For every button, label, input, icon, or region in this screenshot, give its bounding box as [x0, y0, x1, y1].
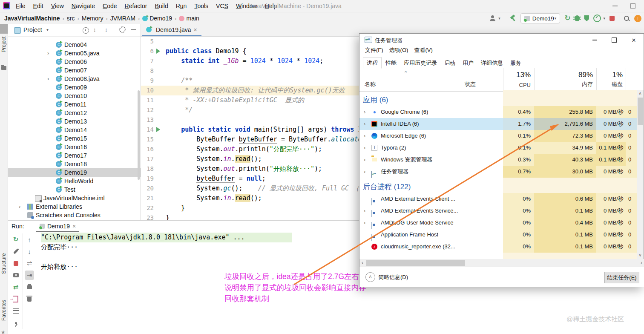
scroll-left-icon[interactable]: ‹ — [362, 260, 363, 265]
project-scrollbar[interactable] — [138, 90, 140, 180]
softwrap-icon[interactable]: ⇌ — [25, 259, 34, 268]
tree-item-demo09[interactable]: Demo09 — [8, 83, 141, 92]
scrollbar-thumb[interactable] — [638, 98, 643, 125]
snapshot-icon[interactable] — [11, 271, 20, 280]
process-row[interactable]: ›Microsoft Edge (6)0.1%72.3 MB0 MB/秒0 — [359, 130, 638, 142]
scrollbar-thumb[interactable] — [366, 260, 465, 266]
process-row[interactable]: ♪cloudmusic_reporter.exe (32...0%0.1 MB0… — [359, 241, 638, 253]
end-task-button[interactable]: 结束任务(E) — [604, 272, 639, 283]
tree-item-demo08-java[interactable]: ›Demo08.java — [8, 75, 141, 83]
menu-refactor[interactable]: Refactor — [121, 3, 151, 9]
tree-item-demo11[interactable]: Demo11 — [8, 100, 141, 109]
scroll-down-icon[interactable]: ˅ — [637, 253, 644, 258]
tool-window-structure[interactable]: Structure — [0, 250, 8, 284]
tm-tab-详细信息[interactable]: 详细信息 — [477, 58, 506, 68]
restore-icon[interactable] — [630, 3, 635, 9]
column-disk[interactable]: 磁盘 — [596, 81, 623, 88]
clear-icon[interactable] — [25, 294, 34, 304]
process-row[interactable]: AMD External Events Client ...0%0.6 MB0 … — [359, 193, 638, 205]
tool-window-favorites[interactable]: Favorites — [0, 297, 8, 331]
scroll-right-icon[interactable]: › — [641, 260, 642, 265]
gear-icon[interactable] — [119, 26, 126, 33]
tree-item-test[interactable]: Test — [8, 185, 141, 194]
column-status[interactable]: 状态 — [465, 81, 476, 88]
chevron-right-icon[interactable]: › — [364, 154, 365, 166]
tree-item-scratches-and-consoles[interactable]: Scratches and Consoles — [8, 211, 141, 219]
stop-icon[interactable] — [11, 259, 20, 268]
process-row[interactable]: ›Windows 资源管理器0.3%40.3 MB0.1 MB/秒0 — [359, 154, 638, 166]
hide-panel-icon[interactable] — [131, 29, 136, 30]
horizontal-scrollbar[interactable]: ‹ › — [359, 259, 644, 267]
tree-item-demo14[interactable]: Demo14 — [8, 126, 141, 134]
search-icon[interactable] — [624, 15, 630, 22]
menu-run[interactable]: Run — [172, 3, 191, 9]
chevron-down-icon[interactable]: ▾ — [46, 27, 49, 32]
task-manager-titlebar[interactable]: 任务管理器 ✕ — [359, 34, 644, 46]
tree-item-demo18[interactable]: Demo18 — [8, 160, 141, 168]
menu-code[interactable]: Code — [99, 3, 121, 9]
tm-menu-F[interactable]: 文件(F) — [365, 47, 383, 53]
close-icon[interactable]: × — [194, 26, 197, 33]
close-icon[interactable]: × — [72, 223, 76, 230]
vertical-scrollbar[interactable]: ˄ ˅ — [637, 90, 644, 259]
chevron-up-circle-icon[interactable]: ˄ — [365, 272, 375, 282]
run-gutter-icon[interactable] — [156, 127, 160, 132]
fewer-details-toggle[interactable]: 简略信息(D) — [378, 274, 408, 281]
breadcrumb-item-main[interactable]: main — [179, 15, 199, 22]
menu-vcs[interactable]: VCS — [212, 3, 232, 9]
minimize-icon[interactable] — [612, 6, 618, 6]
console-output[interactable]: "C:\Program Files\Java\jdk1.8.0_181\bin\… — [41, 233, 292, 272]
chevron-right-icon[interactable]: › — [47, 75, 49, 83]
tm-tab-进程[interactable]: 进程 — [363, 57, 382, 69]
locate-file-icon[interactable] — [83, 27, 89, 34]
expand-all-icon[interactable]: ↕ — [93, 26, 96, 33]
tool-window-project[interactable]: Project — [0, 36, 8, 62]
coverage-button[interactable] — [584, 15, 589, 21]
chevron-right-icon[interactable]: › — [19, 202, 20, 211]
tm-tab-性能[interactable]: 性能 — [382, 58, 400, 68]
scroll-up-icon[interactable]: ˄ — [637, 91, 644, 96]
breadcrumb-item-demo19[interactable]: Demo19 — [142, 15, 172, 22]
tree-item-demo04[interactable]: Demo04 — [8, 40, 141, 49]
chevron-right-icon[interactable]: › — [364, 217, 365, 229]
run-gutter-icon[interactable] — [156, 49, 160, 54]
process-row[interactable]: ›任务管理器0.7%30.0 MB0 MB/秒0 — [359, 166, 638, 178]
tree-item-demo07[interactable]: Demo07 — [8, 66, 141, 75]
tree-item-demo17[interactable]: Demo17 — [8, 151, 141, 160]
tree-item-demo16[interactable]: Demo16 — [8, 143, 141, 151]
tm-menu-O[interactable]: 选项(O) — [389, 47, 408, 53]
tm-tab-用户[interactable]: 用户 — [459, 58, 477, 68]
process-row[interactable]: ›AMDLOG User Mode Service0%0.4 MB0 MB/秒0 — [359, 217, 638, 229]
build-hammer-icon[interactable] — [509, 15, 516, 22]
tree-item-demo15[interactable]: Demo15 — [8, 134, 141, 143]
process-group-header[interactable]: 应用 (6) — [359, 94, 638, 106]
process-row[interactable]: ›AMD External Events Service...0%0.1 MB0… — [359, 205, 638, 217]
tree-item-demo06[interactable]: Demo06 — [8, 58, 141, 66]
column-memory[interactable]: 内存 — [534, 81, 593, 88]
rerun-icon[interactable]: ↻ — [11, 235, 20, 244]
breadcrumb-item-jvmram[interactable]: JVMRAM — [110, 15, 135, 22]
chevron-right-icon[interactable]: › — [364, 118, 365, 130]
menu-edit[interactable]: Edit — [29, 3, 47, 9]
menu-file[interactable]: File — [12, 3, 29, 9]
breadcrumb-item-src[interactable]: src — [67, 15, 75, 22]
chevron-right-icon[interactable]: › — [364, 205, 365, 217]
tree-item-demo19[interactable]: Demo19 — [8, 168, 141, 177]
process-row[interactable]: Application Frame Host0%0.1 MB0 MB/秒0 — [359, 229, 638, 241]
process-group-header[interactable]: 后台进程 (122) — [359, 181, 638, 193]
chevron-right-icon[interactable]: › — [364, 166, 365, 178]
tree-item-helloworld[interactable]: HelloWorld — [8, 177, 141, 185]
chevron-right-icon[interactable]: › — [47, 49, 49, 58]
update-notification-icon[interactable]: ↑ — [634, 15, 641, 22]
gc-icon[interactable]: ⇄ — [11, 282, 20, 292]
debug-button[interactable] — [575, 15, 580, 21]
tm-tab-服务[interactable]: 服务 — [507, 58, 525, 68]
scrollend-icon[interactable]: ⇥ — [25, 271, 34, 280]
down-icon[interactable]: ↓ — [25, 247, 34, 256]
user-icon[interactable] — [489, 15, 496, 22]
tm-tab-应用历史记录[interactable]: 应用历史记录 — [400, 58, 440, 68]
tree-item-demo12[interactable]: Demo12 — [8, 109, 141, 117]
exit-icon[interactable] — [11, 294, 20, 304]
column-name[interactable]: 名称 — [365, 81, 376, 88]
print-icon[interactable] — [25, 282, 34, 292]
